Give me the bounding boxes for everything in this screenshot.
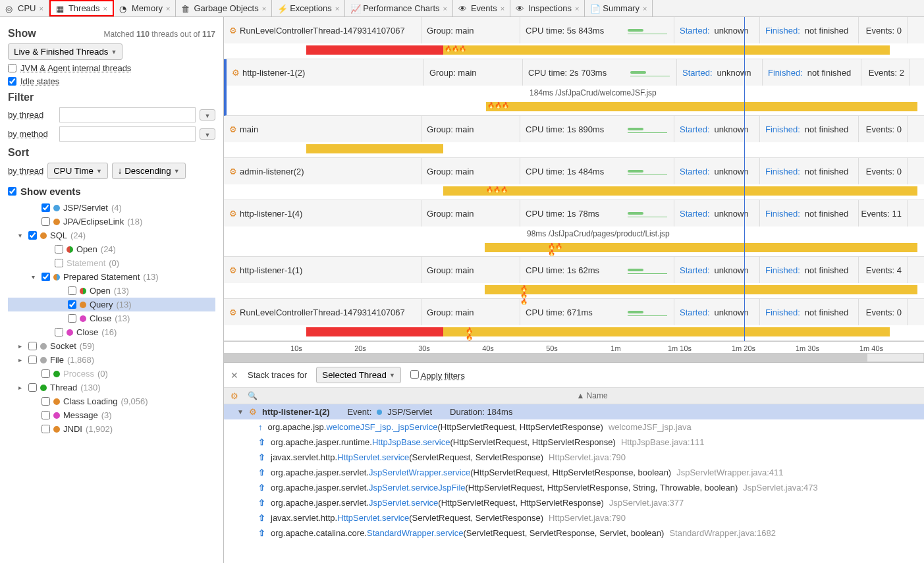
tab-inspections[interactable]: 👁Inspections× [510, 0, 585, 16]
chevron-icon[interactable]: ▾ [18, 232, 25, 239]
tree-checkbox[interactable] [28, 342, 37, 350]
close-icon[interactable]: × [103, 5, 107, 13]
tree-checkbox[interactable] [41, 411, 50, 419]
tree-checkbox[interactable] [41, 425, 50, 433]
tree-checkbox[interactable] [68, 286, 76, 295]
tree-item[interactable]: Close (13) [8, 311, 215, 325]
chevron-icon[interactable]: ▾ [32, 273, 38, 281]
idle-checkbox[interactable] [8, 77, 16, 86]
apply-filters-checkbox[interactable] [410, 370, 419, 379]
stack-header-row[interactable]: ▼⚙http-listener-1(2) Event: JSP/Servlet … [224, 404, 924, 419]
tab-performance-charts[interactable]: 📈Performance Charts× [345, 0, 453, 16]
tree-item[interactable]: Open (13) [8, 284, 215, 298]
tree-checkbox[interactable] [41, 397, 50, 406]
stack-frame[interactable]: ⇧org.apache.jasper.servlet.JspServlet.se… [224, 495, 924, 510]
sort-dir-dd[interactable]: ↓ Descending▼ [112, 163, 186, 179]
chevron-icon[interactable]: ▸ [18, 342, 25, 350]
tree-item[interactable]: Statement (0) [8, 256, 215, 270]
thread-row[interactable]: ⚙http-listener-1(1) Group: main CPU time… [224, 257, 924, 299]
tree-checkbox[interactable] [41, 203, 50, 212]
tree-item[interactable]: Process (0) [8, 367, 215, 381]
tree-item[interactable]: JNDI (1,902) [8, 422, 215, 436]
tree-item[interactable]: Query (13) [8, 298, 215, 311]
stacktrace-scope-dd[interactable]: Selected Thread▼ [316, 367, 400, 383]
filter-thread-dd[interactable]: ▼ [200, 109, 215, 121]
tree-item[interactable]: ▸Thread (130) [8, 381, 215, 394]
thread-row[interactable]: ⚙RunLevelControllerThread-1479314107067 … [224, 299, 924, 341]
tree-checkbox[interactable] [41, 217, 50, 226]
sort-field-dd[interactable]: CPU Time▼ [47, 163, 108, 179]
tree-item[interactable]: ▾Prepared Statement (13) [8, 270, 215, 284]
thread-timeline[interactable] [231, 327, 917, 336]
tree-item[interactable]: Message (3) [8, 408, 215, 422]
thread-row[interactable]: ⚙RunLevelControllerThread-1479314107067 … [224, 17, 924, 59]
tree-item[interactable]: JSP/Servlet (4) [8, 201, 215, 215]
stack-frame[interactable]: ⇧javax.servlet.http.HttpServlet.service(… [224, 450, 924, 465]
thread-timeline[interactable] [231, 186, 917, 196]
thread-row[interactable]: ⚙main Group: main CPU time: 1s 890ms Sta… [224, 116, 924, 158]
tree-checkbox[interactable] [55, 259, 63, 267]
tree-item[interactable]: ▸Socket (59) [8, 339, 215, 353]
tree-checkbox[interactable] [55, 245, 63, 254]
tab-cpu[interactable]: ◎CPU× [0, 0, 49, 16]
close-icon[interactable]: ✕ [231, 370, 238, 381]
filter-thread-input[interactable] [59, 107, 196, 122]
thread-row[interactable]: ⚙admin-listener(2) Group: main CPU time:… [224, 158, 924, 200]
tree-checkbox[interactable] [41, 273, 50, 281]
show-events-checkbox[interactable] [8, 187, 16, 196]
stack-frame[interactable]: ⇧org.apache.jasper.servlet.JspServlet.se… [224, 480, 924, 495]
stack-frame[interactable]: ⇧org.apache.jasper.runtime.HttpJspBase.s… [224, 435, 924, 450]
tree-item[interactable]: ▸File (1,868) [8, 353, 215, 367]
tab-summary[interactable]: 📄Summary× [585, 0, 653, 16]
chevron-icon[interactable]: ▸ [18, 384, 25, 391]
chevron-icon[interactable]: ▸ [18, 356, 25, 363]
tree-checkbox[interactable] [68, 300, 76, 309]
tree-item[interactable]: ▾SQL (24) [8, 228, 215, 242]
thread-timeline[interactable] [231, 243, 917, 252]
thread-row[interactable]: ⚙http-listener-1(4) Group: main CPU time… [224, 200, 924, 257]
close-icon[interactable]: × [575, 5, 579, 13]
name-column-header[interactable]: Name [587, 391, 608, 400]
close-icon[interactable]: × [262, 5, 266, 13]
thread-timeline[interactable] [231, 144, 917, 153]
thread-timeline[interactable] [233, 102, 917, 111]
close-icon[interactable]: × [501, 5, 504, 13]
close-icon[interactable]: × [443, 5, 447, 13]
close-icon[interactable]: × [643, 5, 647, 13]
jvm-checkbox[interactable] [8, 64, 16, 72]
search-icon[interactable]: 🔍 [248, 391, 258, 400]
tree-checkbox[interactable] [55, 328, 63, 336]
close-icon[interactable]: × [39, 5, 43, 13]
tree-item[interactable]: Close (16) [8, 325, 215, 339]
stack-frame[interactable]: ↑org.apache.jsp.welcomeJSF_jsp._jspServi… [224, 419, 924, 435]
tree-checkbox[interactable] [28, 383, 37, 392]
filter-method-input[interactable] [59, 126, 196, 142]
time-ruler[interactable]: 10s20s30s40s50s1m1m 10s1m 20s1m 30s1m 40… [224, 341, 924, 362]
tree-checkbox[interactable] [68, 314, 76, 323]
tree-item[interactable]: Class Loading (9,056) [8, 394, 215, 408]
thread-mode-dropdown[interactable]: Live & Finished Threads▼ [8, 43, 122, 60]
thread-row[interactable]: ⚙http-listener-1(2) Group: main CPU time… [224, 59, 924, 116]
tree-checkbox[interactable] [41, 369, 50, 378]
time-cursor[interactable] [744, 17, 745, 341]
tree-checkbox[interactable] [28, 231, 37, 240]
gear-icon[interactable]: ⚙ [231, 391, 238, 401]
close-icon[interactable]: × [166, 5, 170, 13]
sort-heading: Sort [8, 147, 29, 159]
tree-checkbox[interactable] [28, 356, 37, 364]
filter-method-dd[interactable]: ▼ [200, 128, 215, 140]
tab-threads[interactable]: ▦Threads× [49, 0, 114, 16]
tree-item[interactable]: JPA/EclipseLink (18) [8, 215, 215, 228]
tab-events[interactable]: 👁Events× [453, 0, 510, 16]
tab-exceptions[interactable]: ⚡Exceptions× [272, 0, 345, 16]
tab-garbage-objects[interactable]: 🗑Garbage Objects× [176, 0, 272, 16]
close-icon[interactable]: × [335, 5, 339, 13]
thread-timeline[interactable] [231, 285, 917, 294]
tab-memory[interactable]: ◔Memory× [114, 0, 176, 16]
stack-frame[interactable]: ⇧javax.servlet.http.HttpServlet.service(… [224, 510, 924, 525]
thread-timeline[interactable] [231, 45, 917, 55]
stack-frame[interactable]: ⇧org.apache.catalina.core.StandardWrappe… [224, 525, 924, 541]
stack-frame[interactable]: ⇧org.apache.jasper.servlet.JspServletWra… [224, 465, 924, 480]
tree-item[interactable]: Open (24) [8, 242, 215, 256]
ruler-scrollbar[interactable] [225, 354, 867, 362]
